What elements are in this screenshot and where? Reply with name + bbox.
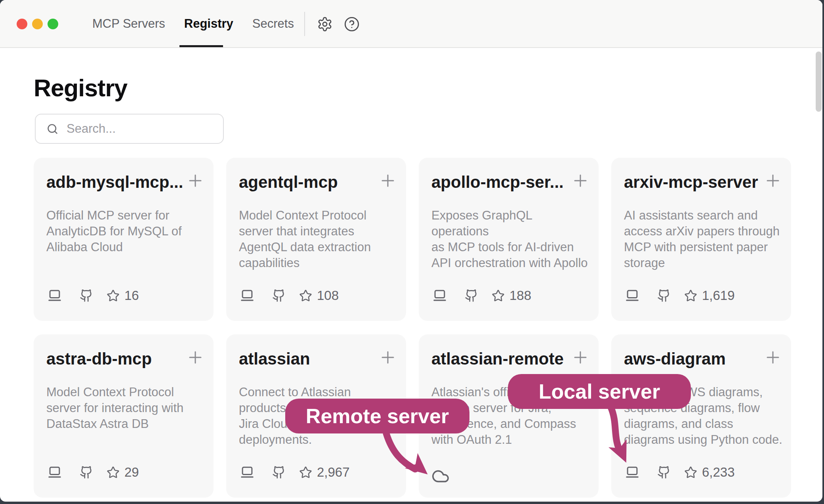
server-card-footer: 6,233: [624, 464, 735, 480]
add-server-button[interactable]: [571, 171, 590, 190]
local-server-laptop-icon: [625, 465, 640, 480]
local-server-laptop-icon: [47, 465, 62, 480]
local-server-callout: Local server: [508, 374, 691, 409]
server-card-footer: 29: [46, 464, 139, 480]
local-server-laptop-icon: [240, 465, 255, 480]
window-toolbar: MCP Servers Registry Secrets: [0, 0, 822, 48]
server-description: AI assistants search andaccess arXiv pap…: [624, 208, 782, 271]
server-name: arxiv-mcp-server: [624, 173, 758, 192]
server-card-footer: 2,967: [239, 464, 350, 480]
star-icon: [684, 466, 697, 479]
server-description: Model Context Protocolserver for interac…: [46, 384, 205, 432]
local-server-laptop-icon: [432, 288, 447, 303]
server-card[interactable]: astra-db-mcp Model Context Protocolserve…: [34, 334, 214, 498]
add-server-button[interactable]: [186, 348, 205, 367]
server-card-grid: adb-mysql-mcp... Official MCP server for…: [34, 158, 791, 498]
server-card-footer: 188: [431, 288, 531, 304]
server-name: apollo-mcp-ser...: [431, 173, 564, 192]
star-count: 1,619: [702, 288, 735, 303]
github-icon[interactable]: [80, 466, 93, 479]
search-icon: [46, 123, 59, 135]
star-icon: [299, 289, 312, 302]
github-icon[interactable]: [657, 289, 671, 302]
server-name: astra-db-mcp: [46, 349, 152, 368]
server-card[interactable]: arxiv-mcp-server AI assistants search an…: [611, 158, 791, 321]
server-card-footer: 1,619: [624, 288, 735, 304]
tab-secrets[interactable]: Secrets: [252, 17, 294, 31]
star-icon: [107, 466, 120, 479]
tab-mcp-servers[interactable]: MCP Servers: [92, 17, 165, 31]
server-card[interactable]: aws-diagram Generate AWS diagrams,sequen…: [611, 334, 791, 498]
local-server-laptop-icon: [240, 288, 255, 303]
add-server-button[interactable]: [763, 171, 782, 190]
star-count: 29: [124, 465, 139, 480]
star-count: 188: [509, 288, 531, 303]
server-name: aws-diagram: [624, 349, 726, 368]
server-card[interactable]: adb-mysql-mcp... Official MCP server for…: [34, 158, 214, 321]
server-description: Exposes GraphQL operationsas MCP tools f…: [431, 208, 590, 271]
local-server-laptop-icon: [625, 288, 640, 303]
star-count: 2,967: [317, 465, 350, 480]
server-card-footer: 16: [46, 288, 139, 304]
server-name: adb-mysql-mcp...: [46, 173, 183, 192]
server-card[interactable]: agentql-mcp Model Context Protocolserver…: [226, 158, 406, 321]
star-icon: [492, 289, 505, 302]
server-description: Official MCP server forAnalyticDB for My…: [46, 208, 205, 255]
main-tabs: MCP Servers Registry Secrets: [92, 0, 294, 47]
github-icon[interactable]: [657, 466, 671, 479]
remote-server-callout: Remote server: [285, 399, 469, 433]
close-window-button[interactable]: [17, 19, 27, 29]
github-icon[interactable]: [80, 289, 93, 302]
add-server-button[interactable]: [378, 348, 397, 367]
minimize-window-button[interactable]: [32, 19, 43, 29]
active-tab-indicator: [179, 45, 223, 47]
window-controls: [17, 19, 58, 29]
add-server-button[interactable]: [186, 171, 205, 190]
server-description: Model Context Protocolserver that integr…: [239, 208, 397, 271]
star-count: 108: [317, 288, 339, 303]
screen: MCP Servers Registry Secrets: [0, 0, 824, 504]
github-icon[interactable]: [465, 289, 478, 302]
add-server-button[interactable]: [763, 348, 782, 367]
star-count: 16: [124, 288, 139, 303]
server-name: agentql-mcp: [239, 173, 338, 192]
search-box[interactable]: [35, 114, 224, 144]
search-input[interactable]: [66, 121, 212, 136]
server-card[interactable]: apollo-mcp-ser... Exposes GraphQL operat…: [419, 158, 599, 321]
server-name: atlassian: [239, 349, 310, 368]
star-icon: [299, 466, 312, 479]
github-icon[interactable]: [272, 466, 286, 479]
help-icon[interactable]: [344, 16, 360, 32]
server-card-footer: 108: [239, 288, 339, 304]
star-icon: [107, 289, 120, 302]
server-card-footer: [431, 464, 450, 480]
page-title: Registry: [34, 74, 127, 102]
toolbar-divider: [304, 12, 305, 36]
add-server-button[interactable]: [378, 171, 397, 190]
tab-registry[interactable]: Registry: [184, 17, 233, 31]
scrollbar-thumb[interactable]: [816, 52, 822, 112]
star-count: 6,233: [702, 465, 735, 480]
star-icon: [684, 289, 697, 302]
server-name: atlassian-remote: [431, 349, 564, 368]
remote-server-cloud-icon: [431, 467, 450, 485]
add-server-button[interactable]: [571, 348, 590, 367]
zoom-window-button[interactable]: [48, 19, 58, 29]
local-server-laptop-icon: [47, 288, 62, 303]
github-icon[interactable]: [272, 289, 286, 302]
settings-gear-icon[interactable]: [317, 16, 333, 32]
